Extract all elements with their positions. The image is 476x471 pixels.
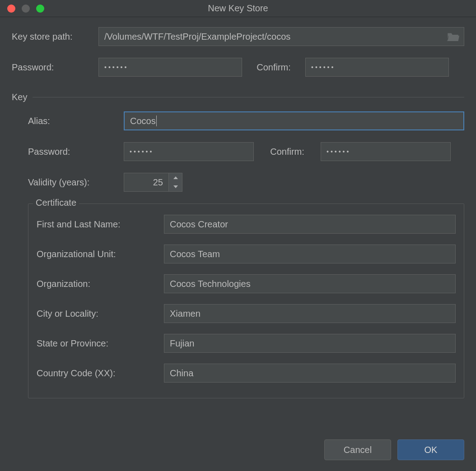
country-input[interactable]: China bbox=[164, 364, 456, 383]
titlebar: New Key Store bbox=[0, 0, 476, 17]
alias-input[interactable]: Cocos bbox=[124, 111, 464, 130]
ok-button-label: OK bbox=[425, 445, 438, 455]
country-value: China bbox=[170, 368, 193, 379]
maximize-icon[interactable] bbox=[36, 5, 44, 13]
new-key-store-dialog: New Key Store Key store path: /Volumes/W… bbox=[0, 0, 476, 471]
keystore-path-value: /Volumes/WTF/TestProj/ExampleProject/coc… bbox=[104, 32, 290, 42]
state-label: State or Province: bbox=[37, 338, 164, 349]
state-input[interactable]: Fujian bbox=[164, 334, 456, 353]
certificate-legend: Certificate bbox=[33, 198, 79, 208]
country-label: Country Code (XX): bbox=[37, 368, 164, 379]
dialog-footer: Cancel OK bbox=[0, 427, 476, 471]
cancel-button-label: Cancel bbox=[344, 445, 372, 455]
cancel-button[interactable]: Cancel bbox=[324, 439, 391, 460]
keystore-password-input[interactable]: •••••• bbox=[98, 58, 242, 77]
minimize-icon bbox=[22, 5, 30, 13]
city-value: Xiamen bbox=[170, 309, 201, 319]
key-section-label: Key bbox=[12, 92, 27, 102]
keystore-confirm-input[interactable]: •••••• bbox=[305, 58, 449, 77]
keystore-confirm-value: •••••• bbox=[311, 64, 335, 71]
keystore-path-label: Key store path: bbox=[12, 32, 98, 42]
state-value: Fujian bbox=[170, 338, 194, 349]
stepper-down-button[interactable] bbox=[169, 182, 182, 191]
text-caret bbox=[156, 115, 157, 126]
key-password-label: Password: bbox=[28, 147, 124, 157]
validity-stepper[interactable]: 25 bbox=[124, 173, 182, 192]
window-controls bbox=[0, 5, 44, 13]
org-input[interactable]: Cocos Technologies bbox=[164, 274, 456, 293]
org-unit-label: Organizational Unit: bbox=[37, 249, 164, 259]
key-password-value: •••••• bbox=[130, 148, 154, 155]
folder-open-icon[interactable] bbox=[447, 32, 459, 42]
certificate-fieldset: Certificate First and Last Name: Cocos C… bbox=[28, 203, 464, 398]
validity-value: 25 bbox=[130, 177, 163, 188]
alias-value: Cocos bbox=[130, 116, 156, 126]
alias-label: Alias: bbox=[28, 116, 124, 126]
keystore-path-input[interactable]: /Volumes/WTF/TestProj/ExampleProject/coc… bbox=[98, 27, 464, 46]
first-last-input[interactable]: Cocos Creator bbox=[164, 215, 456, 234]
stepper-up-button[interactable] bbox=[169, 173, 182, 182]
org-value: Cocos Technologies bbox=[170, 279, 251, 289]
key-confirm-label: Confirm: bbox=[254, 147, 321, 157]
key-confirm-input[interactable]: •••••• bbox=[321, 142, 451, 161]
keystore-password-label: Password: bbox=[12, 62, 98, 73]
close-icon[interactable] bbox=[7, 5, 15, 13]
validity-input[interactable]: 25 bbox=[124, 173, 169, 192]
key-confirm-value: •••••• bbox=[327, 148, 350, 155]
org-unit-value: Cocos Team bbox=[170, 249, 220, 259]
key-section-header: Key bbox=[12, 92, 464, 102]
ok-button[interactable]: OK bbox=[397, 439, 464, 460]
keystore-confirm-label: Confirm: bbox=[242, 62, 305, 73]
city-label: City or Locality: bbox=[37, 309, 164, 319]
city-input[interactable]: Xiamen bbox=[164, 304, 456, 323]
key-password-input[interactable]: •••••• bbox=[124, 142, 254, 161]
keystore-password-value: •••••• bbox=[104, 64, 128, 71]
validity-label: Validity (years): bbox=[28, 177, 124, 188]
window-title: New Key Store bbox=[0, 3, 476, 14]
first-last-value: Cocos Creator bbox=[170, 219, 228, 230]
first-last-label: First and Last Name: bbox=[37, 219, 164, 230]
org-unit-input[interactable]: Cocos Team bbox=[164, 245, 456, 263]
org-label: Organization: bbox=[37, 279, 164, 289]
